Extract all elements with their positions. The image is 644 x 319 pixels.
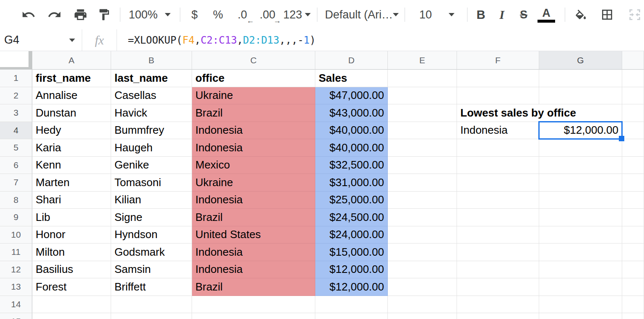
cell-A3[interactable]: Dunstan <box>32 104 111 122</box>
increase-decimals-button[interactable]: .00 → <box>256 5 279 25</box>
cell-A8[interactable]: Shari <box>32 192 111 209</box>
cell-H14[interactable] <box>622 296 644 314</box>
column-header-D[interactable]: D <box>315 51 388 70</box>
cell-B10[interactable]: Hyndson <box>111 226 192 244</box>
row-header-2[interactable]: 2 <box>0 87 32 105</box>
cell-B8[interactable]: Kilian <box>111 192 192 209</box>
bold-button[interactable]: B <box>472 5 490 25</box>
cell-F6[interactable] <box>457 157 539 174</box>
cell-H6[interactable] <box>622 157 644 174</box>
fill-color-button[interactable] <box>571 5 589 25</box>
cell-D9[interactable]: $24,500.00 <box>315 209 388 226</box>
borders-button[interactable] <box>598 5 616 25</box>
cell-G11[interactable] <box>539 244 622 261</box>
cell-F15[interactable] <box>457 313 539 319</box>
cell-D5[interactable]: $40,000.00 <box>315 139 388 157</box>
row-header-1[interactable]: 1 <box>0 70 32 87</box>
row-header-12[interactable]: 12 <box>0 261 32 279</box>
cell-F1[interactable] <box>457 70 539 87</box>
row-header-9[interactable]: 9 <box>0 209 32 226</box>
cell-G5[interactable] <box>539 139 622 157</box>
cell-H4[interactable] <box>622 122 644 140</box>
name-box[interactable]: G4 <box>0 29 82 51</box>
cell-H2[interactable] <box>622 87 644 105</box>
row-header-4[interactable]: 4 <box>0 122 32 140</box>
cell-D10[interactable]: $24,000.00 <box>315 226 388 244</box>
cell-B1[interactable]: last_name <box>111 70 192 87</box>
cell-E1[interactable] <box>388 70 457 87</box>
cell-E11[interactable] <box>388 244 457 261</box>
cell-A7[interactable]: Marten <box>32 174 111 192</box>
cell-E13[interactable] <box>388 278 457 296</box>
cell-F2[interactable] <box>457 87 539 105</box>
cell-C8[interactable]: Indonesia <box>192 192 315 209</box>
cell-A13[interactable]: Forest <box>32 278 111 296</box>
cell-C4[interactable]: Indonesia <box>192 122 315 140</box>
row-header-8[interactable]: 8 <box>0 192 32 209</box>
redo-button[interactable] <box>45 5 64 25</box>
cell-B4[interactable]: Bummfrey <box>111 122 192 140</box>
row-header-14[interactable]: 14 <box>0 296 32 314</box>
print-button[interactable] <box>71 5 90 25</box>
cell-H8[interactable] <box>622 192 644 209</box>
undo-button[interactable] <box>19 5 38 25</box>
column-header-A[interactable]: A <box>32 51 111 70</box>
cell-A1[interactable]: first_name <box>32 70 111 87</box>
cell-A11[interactable]: Milton <box>32 244 111 261</box>
cell-A6[interactable]: Kenn <box>32 157 111 174</box>
cell-H7[interactable] <box>622 174 644 192</box>
strikethrough-button[interactable]: S <box>514 5 533 25</box>
row-header-3[interactable]: 3 <box>0 104 32 122</box>
cell-H13[interactable] <box>622 278 644 296</box>
row-header-15[interactable]: 15 <box>0 313 32 319</box>
cell-A15[interactable] <box>32 313 111 319</box>
cell-B6[interactable]: Genike <box>111 157 192 174</box>
cell-B15[interactable] <box>111 313 192 319</box>
cell-D12[interactable]: $12,000.00 <box>315 261 388 279</box>
column-header-partial[interactable] <box>622 51 644 70</box>
cell-A10[interactable]: Honor <box>32 226 111 244</box>
cell-G10[interactable] <box>539 226 622 244</box>
font-family-select[interactable]: Default (Ari… <box>322 5 400 25</box>
cell-G6[interactable] <box>539 157 622 174</box>
cell-E4[interactable] <box>388 122 457 140</box>
cell-D13[interactable]: $12,000.00 <box>315 278 388 296</box>
cell-C6[interactable]: Mexico <box>192 157 315 174</box>
cell-A4[interactable]: Hedy <box>32 122 111 140</box>
cell-H12[interactable] <box>622 261 644 279</box>
cell-F13[interactable] <box>457 278 539 296</box>
cell-E2[interactable] <box>388 87 457 105</box>
cell-H10[interactable] <box>622 226 644 244</box>
cell-E8[interactable] <box>388 192 457 209</box>
cell-E12[interactable] <box>388 261 457 279</box>
cell-D6[interactable]: $32,500.00 <box>315 157 388 174</box>
select-all-corner[interactable] <box>0 51 32 70</box>
row-header-7[interactable]: 7 <box>0 174 32 192</box>
cell-B9[interactable]: Signe <box>111 209 192 226</box>
merge-cells-button[interactable] <box>626 5 644 25</box>
column-header-G[interactable]: G <box>539 51 622 70</box>
zoom-select[interactable]: 100% <box>126 5 173 25</box>
cell-C7[interactable]: Ukraine <box>192 174 315 192</box>
cell-G7[interactable] <box>539 174 622 192</box>
cell-H11[interactable] <box>622 244 644 261</box>
cell-D11[interactable]: $15,000.00 <box>315 244 388 261</box>
more-formats-button[interactable]: 123 <box>281 5 313 25</box>
cell-D2[interactable]: $47,000.00 <box>315 87 388 105</box>
cell-F4[interactable]: Indonesia <box>457 122 539 140</box>
cell-G13[interactable] <box>539 278 622 296</box>
cell-C15[interactable] <box>192 313 315 319</box>
cell-A2[interactable]: Annalise <box>32 87 111 105</box>
cell-C1[interactable]: office <box>192 70 315 87</box>
cell-G9[interactable] <box>539 209 622 226</box>
row-header-6[interactable]: 6 <box>0 157 32 174</box>
cell-E10[interactable] <box>388 226 457 244</box>
cell-D15[interactable] <box>315 313 388 319</box>
cell-G1[interactable] <box>539 70 622 87</box>
cell-A14[interactable] <box>32 296 111 314</box>
row-header-11[interactable]: 11 <box>0 244 32 261</box>
fill-handle[interactable] <box>619 136 624 141</box>
cell-E7[interactable] <box>388 174 457 192</box>
cell-F8[interactable] <box>457 192 539 209</box>
cell-F3[interactable]: Lowest sales by office <box>457 104 539 122</box>
